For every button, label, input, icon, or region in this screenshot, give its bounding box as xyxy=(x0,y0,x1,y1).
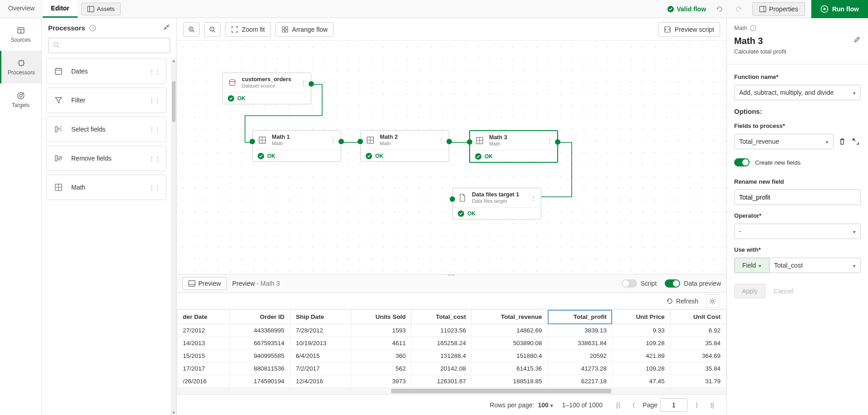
targets-icon xyxy=(16,91,25,100)
tab-editor[interactable]: Editor xyxy=(43,0,77,18)
table-cell: 3839.13 xyxy=(548,324,612,337)
column-header[interactable]: Order ID xyxy=(229,310,290,324)
rename-field-input[interactable] xyxy=(734,190,861,205)
input-port[interactable] xyxy=(250,139,255,144)
scrollbar-thumb[interactable] xyxy=(172,81,176,122)
input-port[interactable] xyxy=(467,139,472,145)
processor-select-fields[interactable]: Select fields ⋮⋮ xyxy=(46,117,167,142)
expand-field-button[interactable] xyxy=(851,137,861,146)
column-header[interactable]: der Date xyxy=(177,310,230,324)
node-menu-button[interactable]: ⋮ xyxy=(530,195,536,201)
column-header[interactable]: Unit Price xyxy=(612,310,670,324)
node-subtitle: Math xyxy=(272,141,290,146)
node-math-2[interactable]: Math 2 Math ⋮ OK xyxy=(360,130,449,162)
svg-line-40 xyxy=(214,30,216,32)
node-menu-button[interactable]: ⋮ xyxy=(438,137,444,144)
redo-button[interactable] xyxy=(732,2,746,16)
help-icon[interactable]: ? xyxy=(89,24,96,32)
run-flow-button[interactable]: Run flow xyxy=(811,0,868,18)
top-bar: Overview Editor Assets Valid flow Proper… xyxy=(0,0,868,18)
prev-page-button[interactable]: ⟨ xyxy=(627,399,640,411)
check-circle-icon xyxy=(227,95,235,102)
node-menu-button[interactable]: ⋮ xyxy=(330,137,336,144)
column-header[interactable]: Unit Cost xyxy=(670,310,726,324)
table-row[interactable]: 15/20159409955856/4/2015360131288.415188… xyxy=(177,350,726,362)
info-icon[interactable]: i xyxy=(750,25,756,31)
fields-to-process-select[interactable]: Total_revenue xyxy=(734,134,834,149)
table-cell: 131288.4 xyxy=(412,350,472,362)
create-new-fields-toggle[interactable] xyxy=(734,158,750,166)
table-cell: 7/28/2012 xyxy=(290,324,351,337)
table-row[interactable]: 14/201366759351410/19/20134611165258.245… xyxy=(177,337,726,350)
node-math-3[interactable]: Math 3 Math ⋮ OK xyxy=(469,130,558,163)
arrange-flow-button[interactable]: Arrange flow xyxy=(275,22,334,37)
processor-dates[interactable]: Dates ⋮⋮ xyxy=(46,59,167,84)
zoom-fit-button[interactable]: Zoom fit xyxy=(225,22,271,37)
edit-title-button[interactable] xyxy=(853,36,861,44)
table-row[interactable]: 27/20124433689957/28/2012159311023.56148… xyxy=(177,324,726,337)
scrollbar-thumb[interactable] xyxy=(391,389,611,393)
use-with-value-select[interactable]: Total_cost xyxy=(770,258,861,273)
node-data-files-target[interactable]: Data files target 1 Data files target ⋮ … xyxy=(452,188,541,220)
node-title: Math 2 xyxy=(380,134,398,141)
search-input[interactable] xyxy=(48,38,170,53)
next-page-button[interactable]: ⟩ xyxy=(690,399,703,411)
delete-field-button[interactable] xyxy=(837,137,847,146)
first-page-button[interactable]: |⟨ xyxy=(612,399,624,411)
horizontal-scrollbar[interactable] xyxy=(177,388,726,394)
column-header[interactable]: Total_cost xyxy=(412,310,472,324)
properties-button[interactable]: Properties xyxy=(752,2,805,16)
column-header[interactable]: Units Sold xyxy=(351,310,412,324)
operator-select[interactable]: - xyxy=(734,224,861,239)
apply-button[interactable]: Apply xyxy=(734,284,765,298)
function-name-select[interactable]: Add, subtract, multiply, and divide xyxy=(734,85,861,100)
undo-button[interactable] xyxy=(712,2,726,16)
resize-handle[interactable]: ══ xyxy=(446,273,458,275)
processor-math[interactable]: Math ⋮⋮ xyxy=(46,175,167,200)
nav-processors-label: Processors xyxy=(8,69,35,76)
output-port[interactable] xyxy=(338,139,344,144)
properties-title: Math 3 xyxy=(734,36,763,46)
input-port[interactable] xyxy=(358,139,363,144)
node-customers-orders[interactable]: customers_orders Dataset source ⋮ OK xyxy=(222,73,311,104)
rename-field-label: Rename new field xyxy=(734,178,861,185)
output-port[interactable] xyxy=(555,139,560,145)
table-cell: 15/2015 xyxy=(177,350,230,362)
tab-overview[interactable]: Overview xyxy=(0,0,43,18)
script-toggle[interactable] xyxy=(622,279,637,288)
collapse-panel-button[interactable] xyxy=(163,24,170,32)
properties-label: Properties xyxy=(769,5,798,13)
table-settings-button[interactable] xyxy=(706,294,719,308)
column-header[interactable]: Ship Date xyxy=(290,310,351,324)
nav-processors[interactable]: Processors xyxy=(0,51,41,83)
processor-filter[interactable]: Filter ⋮⋮ xyxy=(46,88,167,113)
processors-scrollbar[interactable]: ▲ ▼ xyxy=(171,59,177,415)
node-menu-button[interactable]: ⋮ xyxy=(300,79,306,86)
table-row[interactable]: 17/20178808115367/2/201756220142.0861415… xyxy=(177,362,726,375)
last-page-button[interactable]: ⟩| xyxy=(706,399,718,411)
nav-targets[interactable]: Targets xyxy=(0,83,41,116)
preview-button[interactable]: Preview xyxy=(182,277,227,290)
input-port[interactable] xyxy=(450,196,455,202)
cancel-button[interactable]: Cancel xyxy=(774,284,794,298)
output-port[interactable] xyxy=(309,81,314,87)
processor-remove-fields[interactable]: Remove fields ⋮⋮ xyxy=(46,146,167,171)
nav-sources[interactable]: Sources xyxy=(0,18,41,51)
table-row[interactable]: /26/201617459019412/4/20163973126301.671… xyxy=(177,375,726,388)
flow-canvas[interactable]: customers_orders Dataset source ⋮ OK xyxy=(177,41,726,274)
column-header[interactable]: Total_revenue xyxy=(471,310,548,324)
undo-icon xyxy=(715,5,723,13)
output-port[interactable] xyxy=(446,139,452,144)
preview-script-button[interactable]: Preview script xyxy=(658,22,720,37)
use-with-mode-select[interactable]: Field xyxy=(734,258,770,273)
refresh-button[interactable]: Refresh xyxy=(666,298,698,305)
node-menu-button[interactable]: ⋮ xyxy=(547,137,553,144)
page-input[interactable] xyxy=(660,398,687,412)
rpp-select[interactable]: 100 xyxy=(538,401,553,409)
assets-button[interactable]: Assets xyxy=(81,3,121,15)
node-math-1[interactable]: Math 1 Math ⋮ OK xyxy=(252,130,341,162)
zoom-out-button[interactable] xyxy=(204,22,221,37)
column-header[interactable]: Total_profit xyxy=(548,310,612,324)
data-preview-toggle[interactable] xyxy=(665,279,680,288)
zoom-in-button[interactable] xyxy=(183,22,200,37)
